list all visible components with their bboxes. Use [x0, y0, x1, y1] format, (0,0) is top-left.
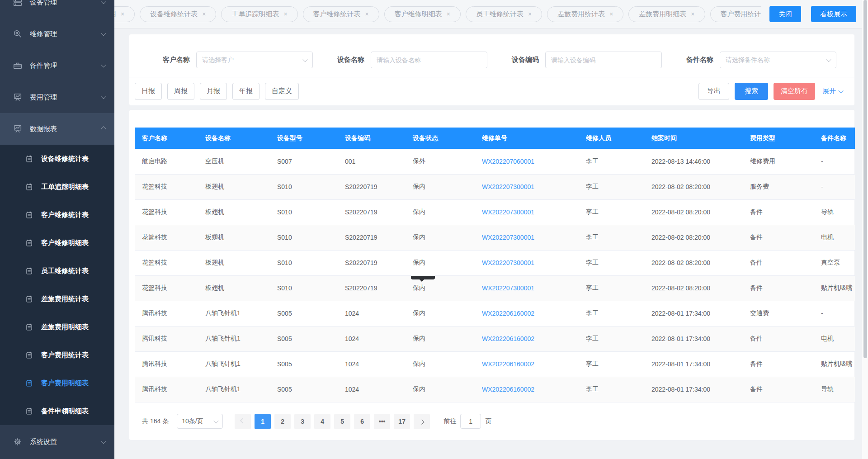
sidebar-item-device[interactable]: 设备管理 [0, 0, 114, 18]
page-number-button[interactable]: 3 [294, 414, 311, 429]
table-body: 航启电路空压机S007001保外WX202207060001李工2022-08-… [135, 149, 855, 402]
tab-clipped[interactable]: 用× [114, 6, 135, 22]
close-icon[interactable]: × [202, 11, 206, 17]
export-button[interactable]: 导出 [698, 83, 729, 100]
page-number-button[interactable]: 1 [255, 414, 271, 429]
text-input[interactable] [551, 57, 656, 64]
close-icon[interactable]: × [365, 11, 369, 17]
page-number-button[interactable]: 4 [314, 414, 330, 429]
table-row: 腾讯科技八轴飞针机1S0051024保内WX202206160002李工2022… [135, 351, 855, 377]
next-page-button[interactable] [414, 414, 430, 429]
search-button[interactable]: 搜索 [735, 83, 768, 100]
close-button[interactable]: 关闭 [769, 6, 801, 22]
table-cell: 李工 [579, 301, 644, 326]
close-icon[interactable]: × [447, 11, 450, 17]
period-button[interactable]: 月报 [200, 83, 227, 100]
sidebar-subitem[interactable]: 差旅费用统计表 [0, 285, 114, 313]
tab[interactable]: 差旅费用明细表× [628, 6, 705, 22]
tab[interactable]: 设备维修统计表× [140, 6, 216, 22]
work-order-link[interactable]: WX202207300001 [482, 284, 534, 292]
column-header: 设备编码 [338, 128, 406, 149]
close-icon[interactable]: × [609, 11, 613, 17]
period-button[interactable]: 周报 [167, 83, 194, 100]
close-icon[interactable]: × [283, 11, 287, 17]
work-order-link[interactable]: WX202206160002 [482, 310, 534, 317]
work-order-link[interactable]: WX202206160002 [482, 386, 534, 393]
close-icon[interactable]: × [691, 11, 694, 17]
filter-input[interactable] [371, 52, 487, 68]
more-pages-button[interactable]: ••• [374, 414, 390, 429]
work-order-link[interactable]: WX202207300001 [482, 234, 534, 241]
board-display-button[interactable]: 看板展示 [811, 6, 856, 22]
page-number-button[interactable]: 17 [394, 414, 410, 429]
tab-label: 用 [114, 10, 116, 19]
sidebar-subitem[interactable]: 客户维修明细表 [0, 229, 114, 257]
period-button[interactable]: 自定义 [265, 83, 299, 100]
sidebar-item-label: 设备管理 [30, 0, 102, 7]
column-header: 结案时间 [644, 128, 743, 149]
clear-all-button[interactable]: 清空所有 [774, 83, 815, 100]
sidebar-item-settings[interactable]: 系统设置 [0, 426, 114, 458]
table-cell: S010 [270, 199, 338, 225]
sidebar-subitem-label: 客户维修统计表 [41, 211, 89, 219]
table-cell: 八轴飞针机1 [198, 301, 270, 326]
work-order-link[interactable]: WX202207300001 [482, 208, 534, 216]
column-header: 维修单号 [475, 128, 579, 149]
tab[interactable]: 工单追踪明细表× [221, 6, 297, 22]
table-cell: 花篮科技 [135, 199, 198, 225]
filter-select[interactable]: 请选择备件名称 [720, 52, 836, 68]
table-cell: 备件 [743, 275, 814, 301]
table-row: 花篮科技板翅机S010S20220719保内1001WX202207300001… [135, 275, 855, 301]
sidebar-subitem[interactable]: 客户维修统计表 [0, 201, 114, 229]
period-button[interactable]: 年报 [232, 83, 259, 100]
sidebar-item-parts[interactable]: 备件管理 [0, 50, 114, 81]
tab[interactable]: 客户维修统计表× [303, 6, 379, 22]
work-order-link[interactable]: WX202207300001 [482, 183, 534, 190]
filter-group: 备件名称请选择备件名称 [678, 52, 836, 68]
filter-select[interactable]: 请选择客户 [196, 52, 313, 68]
table-cell: 李工 [579, 250, 644, 275]
sidebar-subitem[interactable]: 备件申领明细表 [0, 397, 114, 425]
tab[interactable]: 员工维修统计表× [466, 6, 542, 22]
sidebar-item-expense[interactable]: 费用管理 [0, 81, 114, 113]
close-icon[interactable]: × [121, 11, 124, 17]
prev-page-button[interactable] [235, 414, 251, 429]
text-input[interactable] [377, 57, 481, 64]
table-cell: 备件 [743, 199, 814, 225]
table-cell: 2022-08-02 08:20:00 [644, 275, 743, 301]
sidebar-subitem[interactable]: 差旅费用明细表 [0, 313, 114, 341]
sidebar-subitem[interactable]: 客户费用明细表 [0, 369, 114, 397]
sidebar-subitem[interactable]: 设备维修统计表 [0, 145, 114, 173]
column-header: 客户名称 [135, 128, 198, 149]
page-number-button[interactable]: 5 [334, 414, 350, 429]
scrollbar-thumb[interactable] [863, 0, 867, 358]
expand-toggle[interactable]: 展开 [822, 87, 843, 95]
tab[interactable]: 客户维修明细表× [384, 6, 461, 22]
expand-label: 展开 [822, 87, 836, 95]
page-size-select[interactable]: 10条/页 [177, 414, 223, 429]
sidebar-item-label: 数据报表 [30, 125, 102, 133]
filter-input[interactable] [545, 52, 662, 68]
tab[interactable]: 客户费用统计表× [710, 6, 762, 22]
period-button[interactable]: 日报 [135, 83, 162, 100]
page-number-button[interactable]: 2 [274, 414, 291, 429]
tab[interactable]: 差旅费用统计表× [547, 6, 623, 22]
goto-page-input[interactable] [460, 414, 481, 429]
work-order-link[interactable]: WX202206160002 [482, 360, 534, 368]
report-icon [13, 124, 23, 134]
notebook-icon [25, 155, 33, 163]
sidebar-subitem[interactable]: 员工维修统计表 [0, 257, 114, 285]
page-number-button[interactable]: 6 [354, 414, 370, 429]
sidebar-item-report[interactable]: 数据报表 [0, 113, 114, 145]
notebook-icon [25, 239, 33, 247]
table-cell: 2022-08-01 17:34:00 [644, 351, 743, 377]
sidebar-item-repair[interactable]: 维修管理 [0, 18, 114, 50]
notebook-icon [25, 295, 33, 303]
sidebar-subitem[interactable]: 客户费用统计表 [0, 341, 114, 369]
work-order-link[interactable]: WX202206160002 [482, 335, 534, 342]
work-order-link[interactable]: WX202207300001 [482, 259, 534, 266]
work-order-link[interactable]: WX202207060001 [482, 158, 534, 165]
sidebar-subitem[interactable]: 工单追踪明细表 [0, 173, 114, 201]
close-icon[interactable]: × [528, 11, 532, 17]
sidebar-menu: 设备管理维修管理备件管理费用管理数据报表设备维修统计表工单追踪明细表客户维修统计… [0, 0, 114, 458]
